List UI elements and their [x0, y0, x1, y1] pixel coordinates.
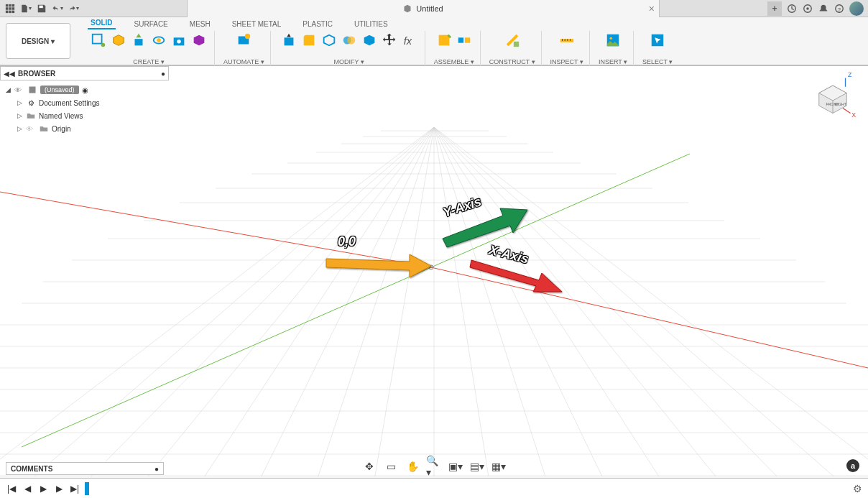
save-icon[interactable] — [36, 3, 47, 14]
svg-point-23 — [245, 34, 250, 39]
grid-icon[interactable]: ▦▾ — [491, 459, 507, 474]
comments-bar[interactable]: COMMENTS ● — [6, 462, 164, 475]
group-select: SELECT ▾ — [637, 31, 678, 65]
gear-icon: ⚙ — [26, 98, 36, 108]
automate-icon[interactable] — [234, 31, 253, 50]
extensions-icon[interactable] — [786, 3, 798, 14]
browser-pin-icon[interactable]: ● — [161, 70, 165, 78]
radio-icon[interactable]: ◉ — [82, 86, 88, 94]
tree-item-namedviews[interactable]: ▷ Named Views — [0, 109, 169, 122]
pan-icon[interactable]: ✋ — [405, 459, 420, 474]
timeline-settings-icon[interactable]: ⚙ — [853, 483, 862, 494]
group-select-label[interactable]: SELECT ▾ — [642, 58, 673, 65]
browser-title: BROWSER — [18, 70, 55, 78]
joint-icon[interactable] — [455, 31, 474, 50]
measure-icon[interactable] — [558, 31, 576, 50]
align-icon[interactable] — [360, 31, 379, 50]
group-create-label[interactable]: CREATE ▾ — [133, 58, 164, 65]
comments-title: COMMENTS — [11, 465, 52, 473]
comments-pin-icon[interactable]: ● — [154, 465, 159, 473]
combine-icon[interactable] — [340, 31, 359, 50]
tree-label: Named Views — [39, 112, 83, 120]
notifications-icon[interactable] — [818, 3, 829, 14]
sketch-icon[interactable] — [89, 31, 108, 50]
timeline-end-icon[interactable]: ▶| — [69, 483, 80, 494]
close-tab-icon[interactable]: × — [649, 3, 655, 14]
tab-utilities[interactable]: UTILITIES — [351, 19, 391, 29]
tab-surface[interactable]: SURFACE — [131, 19, 171, 29]
timeline-next-icon[interactable]: ▶ — [53, 483, 65, 494]
display-icon[interactable]: ▤▾ — [469, 459, 485, 474]
form-icon[interactable] — [190, 31, 208, 50]
construct-plane-icon[interactable] — [503, 31, 522, 50]
tree-item-origin[interactable]: ▷ 👁 Origin — [0, 122, 169, 135]
browser-header[interactable]: ◀◀ BROWSER ● — [0, 66, 169, 80]
svg-rect-29 — [458, 37, 463, 42]
tab-solid[interactable]: SOLID — [88, 17, 116, 29]
undo-icon[interactable]: ▾ — [52, 3, 63, 14]
tree-item-docsettings[interactable]: ▷ ⚙ Document Settings — [0, 96, 169, 109]
help-icon[interactable]: ? — [834, 3, 845, 14]
app-menu-icon[interactable] — [4, 3, 16, 14]
visibility-icon[interactable]: 👁 — [14, 86, 24, 94]
user-avatar[interactable] — [849, 1, 864, 16]
zoom-icon[interactable]: 🔍▾ — [426, 459, 442, 474]
group-assemble: ASSEMBLE ▾ — [428, 31, 481, 65]
timeline-play-icon[interactable]: ▶ — [37, 483, 49, 494]
select-icon[interactable] — [648, 31, 667, 50]
svg-rect-5 — [12, 7, 15, 10]
ribbon-tabs: SOLID SURFACE MESH SHEET METAL PLASTIC U… — [76, 17, 868, 29]
tab-sheetmetal[interactable]: SHEET METAL — [229, 19, 285, 29]
lookat-icon[interactable]: ▭ — [383, 459, 399, 474]
svg-rect-30 — [465, 37, 470, 42]
job-status-icon[interactable] — [802, 3, 813, 14]
parameters-icon[interactable]: fx — [400, 31, 419, 50]
component-icon[interactable] — [435, 31, 453, 50]
presspull-icon[interactable] — [280, 31, 298, 50]
view-cube[interactable]: Z FRONT RIGHT X — [808, 70, 858, 121]
timeline-marker[interactable] — [85, 482, 89, 495]
group-insert: INSERT ▾ — [593, 31, 634, 65]
timeline-track[interactable] — [85, 487, 849, 491]
root-name: (Unsaved) — [40, 86, 79, 94]
group-construct-label[interactable]: CONSTRUCT ▾ — [489, 58, 535, 65]
timeline-start-icon[interactable]: |◀ — [6, 483, 17, 494]
shell-icon[interactable] — [320, 31, 338, 50]
svg-rect-84 — [29, 87, 36, 93]
svg-rect-17 — [135, 39, 143, 45]
svg-rect-2 — [12, 4, 15, 6]
box-icon[interactable] — [109, 31, 128, 50]
file-new-icon[interactable]: ▾ — [20, 3, 32, 14]
visibility-icon[interactable]: 👁 — [26, 125, 36, 133]
folder-icon — [26, 111, 36, 121]
tree-label: Origin — [52, 125, 71, 133]
new-tab-icon[interactable]: + — [767, 1, 782, 16]
workspace-button[interactable]: DESIGN ▾ — [6, 23, 70, 59]
group-automate-label[interactable]: AUTOMATE ▾ — [223, 58, 264, 65]
tab-plastic[interactable]: PLASTIC — [300, 19, 336, 29]
ribbon-toolbar: DESIGN ▾ SOLID SURFACE MESH SHEET METAL … — [0, 17, 868, 66]
tab-mesh[interactable]: MESH — [187, 19, 213, 29]
timeline-prev-icon[interactable]: ◀ — [22, 483, 33, 494]
extrude-icon[interactable] — [129, 31, 148, 50]
redo-icon[interactable]: ▾ — [68, 3, 79, 14]
document-tab[interactable]: Untitled × — [187, 0, 660, 17]
group-inspect-label[interactable]: INSPECT ▾ — [550, 58, 583, 65]
group-insert-label[interactable]: INSERT ▾ — [599, 58, 627, 65]
group-assemble-label[interactable]: ASSEMBLE ▾ — [434, 58, 474, 65]
navigation-toolbar: ✥ ▭ ✋ 🔍▾ ▣▾ ▤▾ ▦▾ — [357, 458, 511, 475]
tree-root[interactable]: ◢ 👁 (Unsaved) ◉ — [0, 83, 169, 96]
hole-icon[interactable] — [170, 31, 188, 50]
tree-label: Document Settings — [39, 99, 100, 107]
insert-decal-icon[interactable] — [604, 31, 622, 50]
fit-icon[interactable]: ▣▾ — [448, 459, 463, 474]
revolve-icon[interactable] — [149, 31, 168, 50]
orbit-icon[interactable]: ✥ — [361, 459, 377, 474]
z-axis-label: Z — [848, 71, 852, 78]
fillet-icon[interactable] — [300, 31, 318, 50]
move-icon[interactable] — [380, 31, 399, 50]
svg-rect-28 — [438, 35, 449, 46]
folder-icon — [39, 124, 49, 134]
svg-point-38 — [609, 37, 612, 40]
group-modify-label[interactable]: MODIFY ▾ — [334, 58, 364, 65]
